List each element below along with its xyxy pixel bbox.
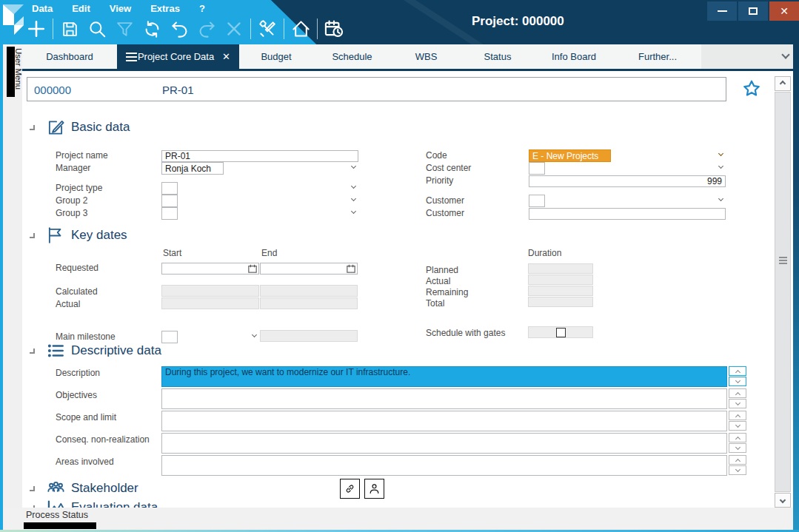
search-icon[interactable] (86, 18, 108, 40)
project-name-input[interactable] (161, 150, 358, 162)
objectives-textarea[interactable] (161, 388, 727, 409)
save-icon[interactable] (58, 18, 81, 40)
key-dates-grid: Start End Duration Requested Calculated … (22, 248, 755, 341)
menu-view[interactable]: View (110, 3, 131, 14)
scrollbar-up-button[interactable] (775, 76, 791, 91)
scroll-down-button[interactable] (729, 443, 746, 453)
scrollbar-grip-icon (779, 257, 787, 264)
scroll-up-button[interactable] (729, 388, 746, 398)
scroll-up-button[interactable] (729, 433, 746, 442)
collapse-chevron-icon[interactable] (30, 125, 35, 130)
window-right-border (793, 44, 799, 530)
scrollbar-thumb[interactable] (775, 92, 791, 492)
chevron-down-icon (351, 196, 356, 201)
tab-menu-icon[interactable] (126, 53, 137, 61)
calendar-icon[interactable] (248, 263, 257, 276)
requested-start-input[interactable] (161, 263, 259, 275)
tab-overflow-area[interactable] (701, 44, 799, 69)
tab-info-board[interactable]: Info Board (534, 44, 614, 69)
code-select[interactable]: E - New Projects (529, 149, 611, 162)
menu-help[interactable]: ? (199, 3, 205, 14)
menu-edit[interactable]: Edit (72, 3, 90, 14)
main-milestone-label: Main milestone (56, 330, 161, 342)
customer-input[interactable] (529, 208, 726, 220)
scroll-down-button[interactable] (729, 421, 746, 431)
add-icon[interactable] (25, 18, 47, 40)
tab-budget[interactable]: Budget (239, 44, 313, 69)
manager-select[interactable]: Ronja Koch (161, 162, 224, 175)
close-icon: ✕ (780, 6, 789, 16)
calculated-end-field (260, 285, 358, 297)
scroll-up-button[interactable] (729, 411, 746, 420)
customer-select[interactable] (529, 195, 545, 207)
scroll-up-button[interactable] (729, 455, 746, 465)
tab-status[interactable]: Status (461, 44, 534, 69)
undo-icon[interactable] (168, 18, 190, 40)
toolbar-separator (284, 18, 284, 39)
description-textarea[interactable]: During this project, we want to moderniz… (161, 366, 727, 387)
person-button[interactable] (364, 479, 384, 499)
redo-icon[interactable] (195, 18, 218, 40)
project-header-box: 000000 PR-01 (27, 77, 726, 101)
tab-close-icon[interactable]: ✕ (222, 51, 230, 62)
link-button[interactable] (340, 479, 360, 499)
scroll-down-button[interactable] (729, 377, 746, 386)
minimize-button[interactable] (707, 1, 737, 21)
maximize-button[interactable] (738, 1, 768, 21)
group3-select[interactable] (161, 207, 178, 220)
collapse-chevron-icon[interactable] (30, 486, 35, 491)
tab-wbs[interactable]: WBS (391, 44, 461, 69)
planning-calendar-icon[interactable] (323, 18, 345, 40)
areas-involved-textarea[interactable] (161, 455, 727, 476)
chevron-down-icon (718, 151, 723, 156)
user-menu-rail[interactable]: User Menu (3, 47, 22, 508)
collapse-chevron-icon[interactable] (30, 233, 35, 238)
calendar-icon[interactable] (347, 263, 355, 276)
objectives-label: Objectives (56, 388, 161, 409)
schedule-with-gates-field (528, 326, 593, 338)
group2-select[interactable] (161, 195, 178, 207)
menu-data[interactable]: Data (32, 3, 53, 14)
conseq-non-realization-textarea[interactable] (161, 433, 727, 454)
requested-end-input[interactable] (260, 263, 358, 275)
vertical-scrollbar[interactable] (775, 76, 791, 508)
schedule-with-gates-checkbox[interactable] (556, 328, 566, 337)
toolbar (25, 18, 345, 40)
footer-bar: Process Status (3, 508, 793, 530)
titlebar: Data Edit View Extras ? (0, 0, 799, 44)
home-icon[interactable] (290, 18, 312, 40)
project-type-select[interactable] (161, 182, 178, 195)
duration-column-label: Duration (528, 248, 561, 258)
filter-icon[interactable] (113, 18, 136, 40)
project-number: 000000 (34, 84, 71, 96)
toolbar-separator (250, 18, 251, 39)
scope-and-limit-textarea[interactable] (161, 411, 727, 431)
tab-project-core-data[interactable]: Project Core Data ✕ (117, 44, 239, 69)
tools-icon[interactable] (256, 18, 278, 40)
window-title: Project: 000000 (472, 14, 564, 29)
main-milestone-select[interactable] (161, 331, 178, 343)
list-icon (45, 341, 66, 360)
menu-extras[interactable]: Extras (150, 3, 180, 14)
main-milestone-date-field (260, 330, 358, 342)
people-group-icon (45, 479, 66, 499)
favorite-star-icon[interactable] (742, 79, 761, 101)
close-button[interactable]: ✕ (769, 1, 799, 21)
scroll-up-button[interactable] (729, 366, 746, 376)
cancel-icon[interactable] (223, 18, 245, 40)
code-label: Code (426, 149, 529, 161)
tab-dashboard[interactable]: Dashboard (22, 44, 117, 69)
scroll-down-button[interactable] (729, 399, 746, 408)
chevron-down-icon[interactable] (781, 50, 789, 58)
refresh-icon[interactable] (141, 18, 163, 40)
project-name-label: Project name (56, 149, 161, 161)
tab-further[interactable]: Further... (614, 44, 701, 69)
chevron-down-icon (252, 332, 257, 337)
cost-center-select[interactable] (529, 162, 545, 175)
tab-schedule[interactable]: Schedule (313, 44, 391, 69)
scrollbar-down-button[interactable] (775, 493, 791, 508)
priority-input[interactable] (529, 175, 726, 187)
collapse-chevron-icon[interactable] (30, 349, 35, 354)
areas-involved-label: Areas involved (56, 455, 161, 476)
scroll-down-button[interactable] (729, 465, 746, 475)
